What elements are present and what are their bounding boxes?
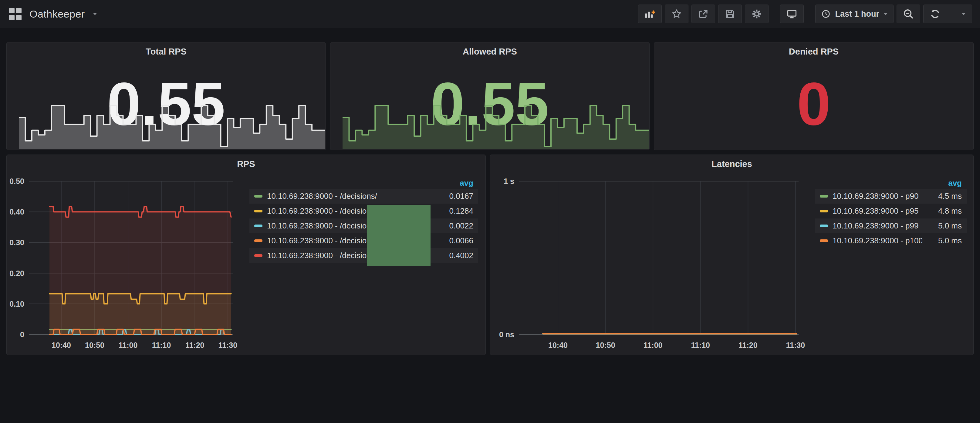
legend-row[interactable]: 10.10.69.238:9000 - p1005.0 ms — [815, 233, 967, 248]
sparkline — [342, 88, 649, 149]
legend-row[interactable]: 10.10.69.238:9000 - /decisions/0.0167 — [250, 189, 478, 204]
divider — [951, 5, 951, 23]
legend-row[interactable]: 10.10.69.238:9000 - /decisions/0.1284 — [250, 204, 478, 219]
legend-avg-header[interactable]: avg — [815, 179, 967, 189]
legend-series-label: 10.10.69.238:9000 - p100 — [832, 236, 922, 246]
legend-row[interactable]: 10.10.69.238:9000 - p904.5 ms — [815, 189, 967, 204]
series-color-dash — [820, 210, 828, 212]
time-range-label: Last 1 hour — [835, 10, 879, 19]
x-tick-label: 11:20 — [738, 341, 757, 349]
caret-down-icon — [883, 13, 888, 15]
panel-total-rps: Total RPS 0.55 — [6, 42, 326, 150]
legend-series-label: 10.10.69.238:9000 - /decisions/ — [267, 192, 434, 201]
stat-value: 0 — [654, 71, 973, 137]
y-tick-label: 1 s — [504, 177, 514, 185]
x-tick-label: 11:10 — [691, 341, 710, 349]
panel-allowed-rps: Allowed RPS 0.55 — [330, 42, 649, 150]
x-tick-label: 11:30 — [786, 341, 805, 349]
star-icon — [671, 8, 682, 19]
panel-title[interactable]: Allowed RPS — [331, 47, 649, 57]
x-tick-label: 10:50 — [85, 341, 104, 349]
y-tick-label: 0.40 — [10, 208, 24, 216]
clock-icon — [821, 9, 831, 19]
x-tick-label: 11:30 — [218, 341, 237, 349]
legend-row[interactable]: 10.10.69.238:9000 - p995.0 ms — [815, 219, 967, 233]
save-button[interactable] — [718, 5, 742, 23]
x-tick-label: 11:00 — [119, 341, 138, 349]
y-tick-label: 0.10 — [10, 300, 24, 308]
legend-avg-value: 4.8 ms — [922, 206, 962, 216]
dashboards-grid-icon — [9, 8, 22, 20]
x-tick-label: 10:40 — [548, 341, 568, 349]
refresh-button[interactable] — [924, 5, 947, 23]
sparkline — [19, 88, 325, 149]
legend-series-label: 10.10.69.238:9000 - p99 — [832, 221, 922, 231]
legend-row[interactable]: 10.10.69.238:9000 - /decisions/0.4002 — [250, 248, 478, 263]
share-icon — [698, 8, 709, 19]
settings-button[interactable] — [745, 5, 768, 23]
dashboard-title-dropdown[interactable]: Oathkeeper — [9, 8, 97, 20]
legend-row[interactable]: 10.10.69.238:9000 - /decisions/0.0022 — [250, 219, 478, 233]
caret-down-icon — [93, 13, 97, 15]
legend-avg-value: 0.4002 — [434, 251, 473, 260]
panel-title[interactable]: Latencies — [490, 159, 973, 169]
legend-avg-value: 5.0 ms — [922, 236, 962, 246]
share-button[interactable] — [692, 5, 715, 23]
gear-icon — [751, 8, 762, 20]
navbar: Oathkeeper — [0, 0, 980, 28]
y-tick-label: 0.20 — [10, 269, 24, 277]
caret-down-icon — [961, 13, 966, 15]
refresh-icon — [930, 8, 940, 19]
refresh-button-group — [923, 5, 972, 23]
panel-title[interactable]: Denied RPS — [654, 47, 973, 57]
zoom-out-button[interactable] — [897, 5, 920, 23]
x-tick-label: 11:10 — [152, 341, 171, 349]
legend-series-label: 10.10.69.238:9000 - p95 — [832, 206, 922, 216]
series-color-dash — [820, 195, 828, 198]
latencies-legend: avg 10.10.69.238:9000 - p904.5 ms10.10.6… — [815, 179, 967, 248]
series-color-dash — [820, 239, 828, 242]
series-color-dash — [820, 225, 828, 227]
x-tick-label: 10:50 — [596, 341, 615, 349]
panel-latencies-graph: 10:4010:5011:0011:1011:2011:301 s0 ns La… — [490, 155, 974, 355]
panel-title[interactable]: Total RPS — [7, 47, 326, 57]
x-tick-label: 10:40 — [52, 341, 71, 349]
legend-avg-value: 5.0 ms — [922, 221, 962, 231]
panel-rps-graph: 10:4010:5011:0011:1011:2011:300.500.400.… — [6, 155, 486, 355]
rps-legend: avg 10.10.69.238:9000 - /decisions/0.016… — [250, 179, 478, 263]
save-icon — [724, 8, 735, 19]
panel-denied-rps: Denied RPS 0 — [654, 42, 974, 150]
legend-series-label: 10.10.69.238:9000 - p90 — [832, 192, 922, 201]
x-tick-label: 11:00 — [644, 341, 663, 349]
monitor-icon — [786, 8, 798, 20]
y-tick-label: 0.30 — [10, 238, 24, 247]
y-tick-label: 0 ns — [499, 330, 514, 339]
zoom-out-icon — [903, 8, 914, 20]
y-tick-label: 0 — [20, 330, 24, 339]
series-color-dash — [254, 210, 262, 212]
series-color-dash — [254, 239, 262, 242]
refresh-interval-dropdown[interactable] — [955, 5, 972, 23]
legend-row[interactable]: 10.10.69.238:9000 - p954.8 ms — [815, 204, 967, 219]
series-color-dash — [254, 254, 262, 257]
dashboard-title: Oathkeeper — [29, 8, 85, 20]
legend-avg-header[interactable]: avg — [250, 179, 478, 189]
cycle-view-button[interactable] — [780, 5, 804, 23]
legend-avg-value: 4.5 ms — [922, 192, 962, 201]
y-tick-label: 0.50 — [10, 177, 24, 185]
panel-title[interactable]: RPS — [7, 159, 485, 169]
time-range-button[interactable]: Last 1 hour — [815, 5, 894, 23]
add-panel-icon — [644, 8, 656, 19]
x-tick-label: 11:20 — [185, 341, 205, 349]
series-color-dash — [254, 195, 262, 198]
legend-row[interactable]: 10.10.69.238:9000 - /decisions/0.0066 — [250, 233, 478, 248]
legend-avg-value: 0.0066 — [434, 236, 473, 246]
redaction-overlay — [367, 205, 431, 266]
star-button[interactable] — [665, 5, 689, 23]
legend-avg-value: 0.1284 — [434, 206, 473, 216]
legend-avg-value: 0.0022 — [434, 221, 473, 231]
legend-avg-value: 0.0167 — [434, 192, 473, 201]
series-color-dash — [254, 225, 262, 227]
add-panel-button[interactable] — [638, 5, 662, 23]
navbar-actions: Last 1 hour — [638, 5, 972, 23]
